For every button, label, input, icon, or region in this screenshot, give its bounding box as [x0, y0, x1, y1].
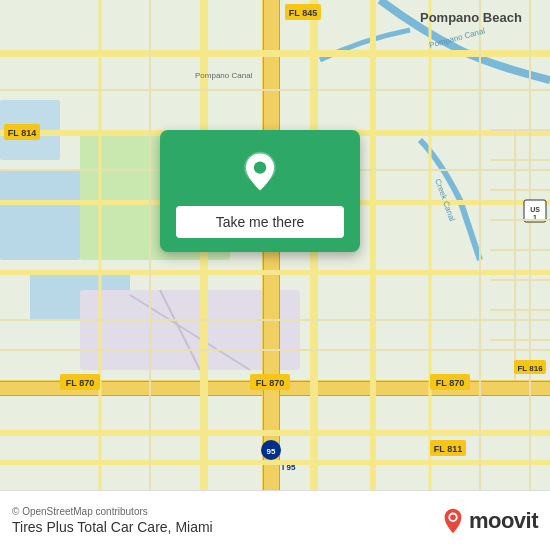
svg-text:FL 811: FL 811 — [434, 444, 462, 454]
svg-text:FL 870: FL 870 — [256, 378, 284, 388]
bottom-bar: © OpenStreetMap contributors Tires Plus … — [0, 490, 550, 550]
moovit-logo: moovit — [441, 507, 538, 535]
place-info: © OpenStreetMap contributors Tires Plus … — [12, 506, 213, 535]
svg-text:I 95: I 95 — [282, 463, 296, 472]
svg-rect-18 — [0, 50, 550, 57]
svg-text:FL 870: FL 870 — [66, 378, 94, 388]
moovit-pin-icon — [441, 507, 465, 535]
svg-text:FL 816: FL 816 — [517, 364, 543, 373]
svg-text:95: 95 — [267, 447, 276, 456]
svg-rect-22 — [0, 430, 550, 436]
svg-text:Pompano Canal: Pompano Canal — [195, 71, 253, 80]
map-container: 95 Pompano Beach FL 845 FL 814 FL 870 FL… — [0, 0, 550, 490]
svg-point-69 — [450, 514, 456, 520]
pompano-beach-label: Pompano Beach — [420, 10, 522, 25]
place-title: Tires Plus Total Car Care, Miami — [12, 519, 213, 535]
svg-rect-1 — [0, 170, 80, 260]
svg-text:US: US — [530, 206, 540, 213]
svg-point-67 — [254, 161, 266, 173]
take-me-there-button[interactable]: Take me there — [176, 206, 344, 238]
svg-rect-17 — [370, 0, 376, 490]
svg-text:FL 845: FL 845 — [289, 8, 317, 18]
svg-rect-21 — [0, 270, 550, 275]
svg-text:FL 814: FL 814 — [8, 128, 36, 138]
location-pin-icon — [238, 150, 282, 194]
map-attribution: © OpenStreetMap contributors — [12, 506, 213, 517]
location-card: Take me there — [160, 130, 360, 252]
svg-rect-23 — [0, 460, 550, 465]
moovit-brand-text: moovit — [469, 508, 538, 534]
svg-text:FL 870: FL 870 — [436, 378, 464, 388]
